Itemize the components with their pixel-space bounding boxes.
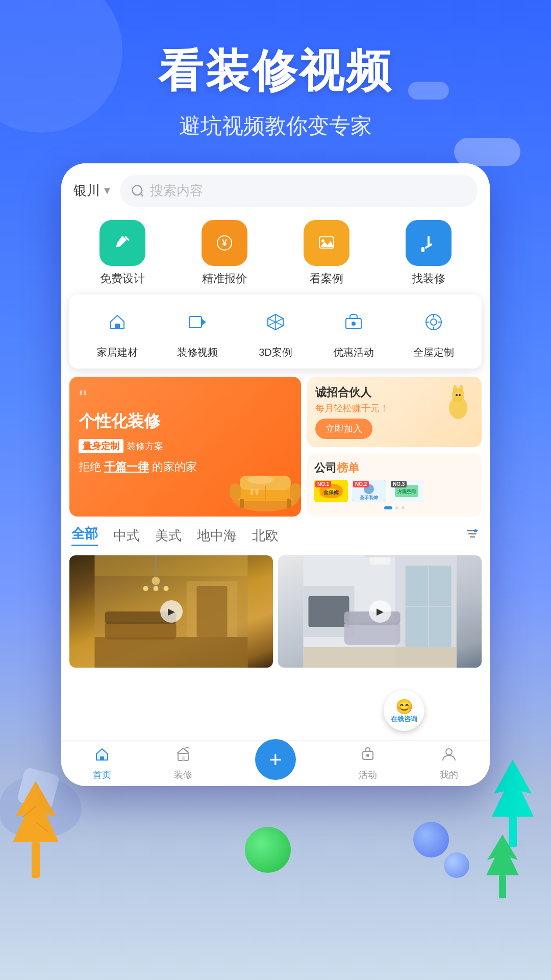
promotions-label: 优惠活动 — [333, 346, 374, 359]
filter-icon[interactable] — [465, 527, 480, 545]
nav-activities-label: 活动 — [359, 769, 377, 781]
banner-recruit-sub: 每月轻松赚千元！ — [315, 402, 389, 414]
svg-rect-84 — [370, 557, 390, 565]
nav-mine-label: 我的 — [440, 769, 458, 781]
svg-marker-1 — [13, 781, 59, 842]
svg-point-44 — [453, 385, 457, 393]
svg-rect-18 — [115, 324, 120, 329]
svg-line-9 — [140, 193, 143, 196]
bottom-nav: 首页 装修 + 活动 — [61, 740, 490, 786]
svg-text:¥: ¥ — [222, 238, 227, 248]
case-2-play-button[interactable]: ▶ — [369, 600, 391, 623]
rank-badge-1: NO.1 — [315, 481, 331, 487]
banner-join-button[interactable]: 立即加入 — [315, 419, 372, 439]
3d-cases-label: 3D案例 — [259, 346, 292, 359]
free-design-label: 免费设计 — [100, 271, 145, 286]
company-logo-1: NO.1 金保姆 — [314, 480, 348, 502]
action-find-renovation[interactable]: 找装修 — [406, 220, 452, 286]
bg-cloud-1 — [454, 138, 520, 166]
svg-rect-60 — [95, 555, 248, 576]
nav-add-button[interactable]: + — [255, 739, 296, 780]
tab-mediterranean[interactable]: 地中海 — [197, 527, 237, 545]
action-quote[interactable]: ¥ 精准报价 — [202, 220, 247, 286]
svg-rect-83 — [365, 555, 395, 557]
custom-icon — [415, 304, 452, 340]
svg-point-8 — [132, 185, 142, 195]
nav-mine[interactable]: 我的 — [440, 746, 458, 781]
renovation-video-label: 装修视频 — [177, 346, 218, 359]
svg-marker-20 — [202, 318, 206, 326]
action-cases[interactable]: 看案例 — [304, 220, 349, 286]
action-free-design[interactable]: 免费设计 — [99, 220, 145, 286]
rabbit-figure — [443, 380, 473, 421]
tab-all[interactable]: 全部 — [71, 525, 98, 546]
banner-rankings[interactable]: 公司榜单 NO.1 金保姆 NO.2 — [307, 453, 482, 517]
consult-avatar-icon: 😊 — [395, 698, 413, 715]
deco-tree-yellow — [10, 776, 61, 878]
nav-activities-icon — [360, 746, 376, 767]
phone-mockup: 银川 ▼ 搜索内容 免费设计 ¥ — [61, 163, 490, 786]
svg-rect-71 — [105, 622, 177, 640]
action-promotions[interactable]: 优惠活动 — [333, 304, 374, 359]
banner-left[interactable]: " 个性化装修 量身定制 装修方案 拒绝 千篇一律 的家的家 — [69, 377, 301, 517]
find-renovation-label: 找装修 — [412, 271, 445, 286]
home-materials-icon — [99, 304, 136, 340]
svg-marker-7 — [486, 835, 519, 875]
svg-point-47 — [459, 394, 461, 396]
city-selector[interactable]: 银川 ▼ — [73, 182, 112, 200]
svg-point-28 — [431, 319, 437, 325]
svg-rect-64 — [197, 586, 228, 637]
svg-rect-36 — [230, 483, 241, 500]
svg-rect-81 — [344, 622, 400, 645]
svg-point-26 — [352, 322, 356, 326]
action-home-materials[interactable]: 家居建材 — [97, 304, 138, 359]
svg-rect-62 — [95, 637, 248, 668]
tab-nordic[interactable]: 北欧 — [252, 527, 279, 545]
svg-point-68 — [143, 586, 148, 591]
svg-rect-6 — [499, 875, 506, 898]
find-renovation-icon — [406, 220, 452, 266]
nav-activities[interactable]: 活动 — [359, 746, 377, 781]
banner-recruit[interactable]: 诚招合伙人 每月轻松赚千元！ 立即加入 — [307, 377, 482, 447]
banner-right: 诚招合伙人 每月轻松赚千元！ 立即加入 — [307, 377, 482, 517]
svg-rect-38 — [240, 499, 244, 508]
banner-sofa-image — [224, 460, 301, 517]
svg-rect-85 — [100, 756, 104, 760]
search-placeholder: 搜索内容 — [150, 182, 203, 200]
cases-icon — [304, 220, 349, 266]
rank-badge-2: NO.2 — [353, 481, 369, 487]
dots-indicator — [314, 506, 474, 509]
search-input-wrapper[interactable]: 搜索内容 — [120, 175, 478, 207]
rank-badge-3: NO.3 — [391, 481, 407, 487]
case-item-2[interactable]: ▶ — [278, 555, 482, 668]
consult-bubble[interactable]: 😊 在线咨询 — [384, 690, 424, 731]
hero-title: 看装修视频 — [0, 41, 551, 102]
action-custom[interactable]: 全屋定制 — [413, 304, 454, 359]
hero-subtitle: 避坑视频教你变专家 — [0, 112, 551, 140]
banner-recruit-title: 诚招合伙人 — [315, 385, 389, 400]
action-3d-cases[interactable]: 3D案例 — [257, 304, 294, 359]
deco-ball-blue-1 — [413, 822, 449, 857]
nav-renovation[interactable]: 装修 — [174, 746, 192, 781]
search-icon — [131, 184, 145, 198]
nav-home[interactable]: 首页 — [93, 746, 111, 781]
search-bar: 银川 ▼ 搜索内容 — [61, 163, 490, 215]
action-renovation-video[interactable]: 装修视频 — [177, 304, 218, 359]
tab-american[interactable]: 美式 — [155, 527, 182, 545]
tab-chinese[interactable]: 中式 — [113, 527, 140, 545]
case-1-play-button[interactable]: ▶ — [160, 600, 183, 623]
svg-point-41 — [247, 476, 273, 484]
nav-renovation-icon — [175, 746, 191, 767]
company-logo-2: NO.2 圣禾装饰 — [352, 480, 386, 502]
svg-point-89 — [366, 754, 369, 757]
quote-label: 精准报价 — [202, 271, 247, 286]
quick-actions-row-2: 家居建材 装修视频 3D案例 — [69, 295, 482, 369]
svg-rect-37 — [290, 483, 301, 500]
svg-point-46 — [456, 394, 458, 396]
nav-home-icon — [94, 746, 110, 767]
deco-ball-green — [245, 827, 291, 873]
banner-badge: 量身定制 — [79, 439, 123, 453]
deco-ball-blue-2 — [444, 852, 469, 878]
case-item-1[interactable]: ▶ — [69, 555, 273, 668]
home-materials-label: 家居建材 — [97, 346, 138, 359]
